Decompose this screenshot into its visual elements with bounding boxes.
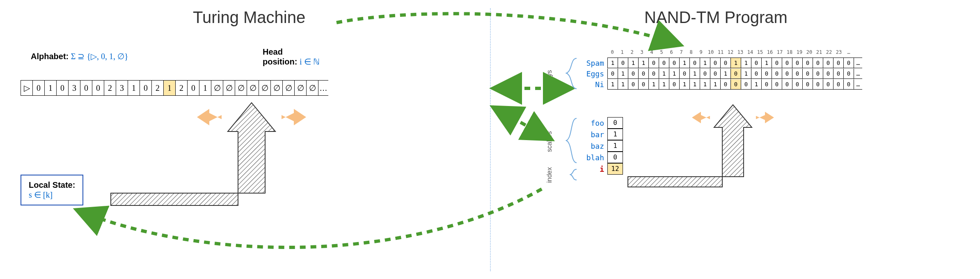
array-name: Ni — [579, 80, 607, 89]
green-arc-bottom — [76, 189, 542, 247]
tape-cell: 0 — [140, 81, 152, 95]
local-state-math: s ∈ [k] — [29, 190, 75, 200]
array-row: Eggs010001101001010000000000… — [579, 68, 862, 79]
col-header: 18 — [785, 49, 795, 55]
array-cell: 0 — [782, 69, 792, 78]
scalars-table: foo0bar1baz1blah0i12 — [579, 117, 623, 175]
array-cell: 0 — [700, 69, 710, 78]
array-cell: 0 — [731, 69, 741, 78]
array-column-headers: 01234567891011121314151617181920212223… — [607, 49, 854, 55]
tape-cell: 3 — [116, 81, 128, 95]
arrays-brace — [566, 58, 577, 89]
array-cell: 0 — [833, 79, 844, 89]
array-cell: 0 — [813, 58, 823, 68]
index-cell: 12 — [607, 163, 623, 175]
array-cell: 1 — [628, 58, 639, 68]
array-name: Eggs — [579, 69, 607, 78]
tape-cell: ∅ — [211, 81, 223, 95]
array-cell: 1 — [710, 79, 721, 89]
array-cell: 0 — [659, 58, 669, 68]
head-text-2: position: — [263, 57, 297, 66]
array-cell: 0 — [649, 58, 659, 68]
tape-cell: 1 — [164, 81, 176, 95]
array-cell: 0 — [782, 58, 792, 68]
left-move-right-icon — [282, 109, 306, 125]
array-cell: 0 — [669, 79, 680, 89]
array-cell: 0 — [639, 79, 649, 89]
head-text-1: Head — [263, 47, 283, 56]
tape-cell: 1 — [128, 81, 140, 95]
col-header: 0 — [607, 49, 617, 55]
array-cell: 0 — [649, 69, 659, 78]
array-cell: 0 — [772, 69, 782, 78]
array-cell: 1 — [669, 69, 680, 78]
array-cell: 0 — [772, 58, 782, 68]
tape-cell: ∅ — [223, 81, 235, 95]
index-vertical-label: index — [546, 167, 553, 183]
scalar-cell: 1 — [607, 140, 623, 152]
array-cell: 0 — [823, 58, 833, 68]
tape-cell: ∅ — [283, 81, 295, 95]
array-cell: 0 — [782, 79, 792, 89]
array-cell: 1 — [639, 58, 649, 68]
tape-dots: … — [318, 81, 328, 95]
green-arc-top — [337, 14, 681, 45]
scalar-name: baz — [579, 142, 607, 150]
array-cell: 0 — [680, 69, 690, 78]
col-header: 3 — [637, 49, 647, 55]
left-title: Turing Machine — [193, 8, 305, 27]
index-name: i — [579, 165, 607, 173]
head-math: i ∈ ℕ — [300, 57, 320, 66]
array-cell: 0 — [751, 58, 762, 68]
array-cell: 0 — [731, 79, 741, 89]
scalar-cell: 0 — [607, 152, 623, 163]
local-state-label: Local State: — [29, 180, 75, 190]
tape-cell: ▷ — [21, 81, 33, 95]
array-cell: 0 — [833, 69, 844, 78]
tape-cell: 1 — [45, 81, 57, 95]
scalar-cell: 1 — [607, 129, 623, 140]
array-cell: 1 — [618, 79, 628, 89]
tape-cell: ∅ — [307, 81, 318, 95]
array-cell: 1 — [680, 58, 690, 68]
col-header: 21 — [814, 49, 824, 55]
tape-cell: ∅ — [295, 81, 307, 95]
array-cell: 0 — [823, 69, 833, 78]
scalar-row: blah0 — [579, 152, 623, 163]
array-cell: 0 — [792, 79, 803, 89]
array-cell: 1 — [751, 79, 762, 89]
col-header: 14 — [745, 49, 755, 55]
array-cell: 0 — [628, 79, 639, 89]
green-arc-diag — [492, 107, 552, 140]
array-cell: 0 — [721, 58, 731, 68]
array-cell: 0 — [669, 58, 680, 68]
array-dots: … — [854, 69, 862, 78]
alphabet-label: Alphabet: Σ ⊇ {▷, 0, 1, ∅} — [31, 51, 128, 61]
array-cell: 1 — [741, 69, 751, 78]
scalar-name: bar — [579, 130, 607, 139]
array-cell: 0 — [803, 69, 813, 78]
alphabet-text: Alphabet: — [31, 52, 69, 61]
center-divider — [490, 8, 491, 271]
col-header: 20 — [804, 49, 814, 55]
col-header: 9 — [696, 49, 706, 55]
tape-cell: ∅ — [235, 81, 247, 95]
array-cell: 0 — [690, 58, 700, 68]
scalar-cell: 0 — [607, 117, 623, 129]
scalar-row: baz1 — [579, 140, 623, 152]
array-cell: 0 — [833, 58, 844, 68]
tape-cell: 0 — [92, 81, 104, 95]
array-cell: 0 — [844, 69, 854, 78]
col-header: 1 — [617, 49, 627, 55]
array-cell: 0 — [639, 69, 649, 78]
col-header: 5 — [657, 49, 666, 55]
scalars-vertical-label: scalars — [546, 131, 553, 152]
tape-cell: 0 — [188, 81, 199, 95]
col-header: 16 — [765, 49, 775, 55]
col-header: 19 — [795, 49, 804, 55]
array-cell: 1 — [700, 58, 710, 68]
array-cell: 0 — [721, 79, 731, 89]
array-cell: 1 — [659, 79, 669, 89]
col-header: 22 — [824, 49, 834, 55]
tape-cell: 0 — [57, 81, 69, 95]
